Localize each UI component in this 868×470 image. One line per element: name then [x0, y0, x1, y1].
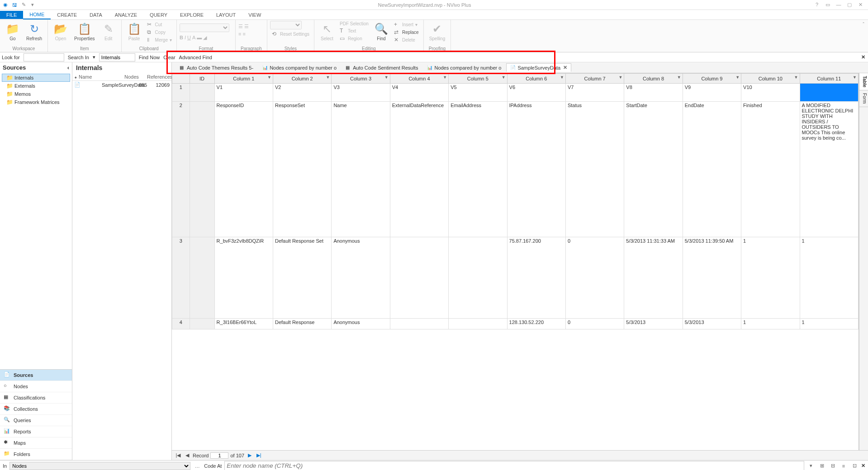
- side-tab-table[interactable]: Table: [859, 73, 868, 90]
- col-refs[interactable]: References: [147, 74, 170, 80]
- cell[interactable]: A MODIFIED ELECTRONIC DELPHI STUDY WITH …: [800, 102, 859, 237]
- col-name[interactable]: ⬥ Name: [74, 74, 124, 80]
- refresh-button[interactable]: ↻Refresh: [24, 21, 45, 42]
- maximize-icon[interactable]: ▢: [845, 2, 854, 8]
- cell[interactable]: V8: [624, 84, 683, 102]
- doc-tab-samplesurveydata[interactable]: 📄SampleSurveyData✕: [506, 63, 571, 72]
- first-record-icon[interactable]: |◀: [175, 452, 182, 458]
- searchin-input[interactable]: [99, 53, 135, 61]
- cell[interactable]: StartDate: [624, 102, 683, 237]
- cell[interactable]: [449, 319, 507, 329]
- cell[interactable]: R_bvF3z2vIb8DQZiR: [214, 237, 273, 319]
- cell[interactable]: V5: [449, 84, 507, 102]
- nodebar-close-icon[interactable]: ✕: [861, 463, 865, 469]
- cell[interactable]: 0: [565, 319, 624, 329]
- filter-icon[interactable]: ▼: [618, 75, 622, 80]
- nav-maps[interactable]: ✱Maps: [0, 437, 72, 449]
- uncode-icon[interactable]: ⊟: [829, 462, 837, 470]
- cell[interactable]: V10: [741, 84, 800, 102]
- cell[interactable]: Default Response Set: [273, 237, 331, 319]
- cell[interactable]: V9: [683, 84, 741, 102]
- data-grid[interactable]: ID Column 1▼ Column 2▼ Column 3▼ Column …: [172, 73, 859, 450]
- doc-tab-auto-themes[interactable]: ▦Auto Code Themes Results 5-: [175, 64, 257, 72]
- cell[interactable]: 1: [800, 319, 859, 329]
- qat-dropdown-icon[interactable]: ▾: [29, 1, 36, 9]
- cell[interactable]: Name: [332, 102, 390, 237]
- cell[interactable]: 5/3/2013: [624, 319, 683, 329]
- in-select[interactable]: Nodes: [9, 462, 190, 470]
- cell[interactable]: 1: [741, 237, 800, 319]
- cell[interactable]: 128.130.52.220: [507, 319, 565, 329]
- tab-layout[interactable]: LAYOUT: [210, 11, 242, 19]
- replace-button[interactable]: ⇄Replace: [392, 28, 421, 36]
- filter-icon[interactable]: ▼: [560, 75, 564, 80]
- cell[interactable]: 75.87.167.200: [507, 237, 565, 319]
- filter-icon[interactable]: ▼: [677, 75, 681, 80]
- cell[interactable]: V2: [273, 84, 331, 102]
- tree-item-externals[interactable]: 📁Externals: [2, 82, 70, 90]
- cell[interactable]: 5/3/2013 11:39:50 AM: [683, 237, 741, 319]
- properties-button[interactable]: 📋Properties: [71, 21, 98, 42]
- table-row[interactable]: 3R_bvF3z2vIb8DQZiRDefault Response SetAn…: [172, 237, 859, 319]
- tab-view[interactable]: VIEW: [242, 11, 267, 19]
- tab-explore[interactable]: EXPLORE: [174, 11, 210, 19]
- code-icon[interactable]: ⊞: [818, 462, 826, 470]
- cell[interactable]: V1: [214, 84, 273, 102]
- filter-icon[interactable]: ▼: [267, 75, 271, 80]
- filter-icon[interactable]: ▼: [326, 75, 330, 80]
- lookfor-input[interactable]: [24, 53, 64, 61]
- col-1[interactable]: Column 1▼: [214, 74, 273, 84]
- searchin-dropdown-icon[interactable]: ▾: [93, 54, 95, 60]
- cell[interactable]: Anonymous: [332, 319, 390, 329]
- col-3[interactable]: Column 3▼: [332, 74, 390, 84]
- last-record-icon[interactable]: ▶|: [255, 452, 262, 458]
- tab-close-icon[interactable]: ✕: [563, 65, 567, 70]
- node-input[interactable]: [224, 461, 804, 470]
- next-record-icon[interactable]: ▶: [246, 452, 253, 458]
- prev-record-icon[interactable]: ◀: [184, 452, 191, 458]
- cell[interactable]: 1: [741, 319, 800, 329]
- nav-folders[interactable]: 📁Folders: [0, 449, 72, 460]
- tab-data[interactable]: DATA: [83, 11, 109, 19]
- filter-icon[interactable]: ▼: [735, 75, 740, 80]
- font-select[interactable]: [180, 24, 229, 32]
- cell[interactable]: V4: [390, 84, 448, 102]
- cell[interactable]: 0: [565, 237, 624, 319]
- save-icon[interactable]: 🖫: [11, 1, 18, 9]
- stripe-icon[interactable]: ≡: [840, 462, 848, 470]
- doc-tab-auto-sentiment[interactable]: ▦Auto Code Sentiment Results: [342, 64, 422, 72]
- col-6[interactable]: Column 6▼: [507, 74, 565, 84]
- col-5[interactable]: Column 5▼: [449, 74, 507, 84]
- nav-collections[interactable]: 📚Collections: [0, 404, 72, 415]
- findbar-close-icon[interactable]: ✕: [861, 54, 865, 60]
- go-button[interactable]: 📁Go: [3, 21, 23, 42]
- minimize-icon[interactable]: —: [835, 2, 843, 8]
- cell[interactable]: EmailAddress: [449, 102, 507, 237]
- tree-item-internals[interactable]: 📁Internals: [2, 74, 70, 82]
- tab-file[interactable]: FILE: [0, 11, 23, 19]
- cell[interactable]: [800, 84, 859, 102]
- col-id[interactable]: ID: [190, 74, 214, 84]
- col-4[interactable]: Column 4▼: [390, 74, 448, 84]
- cell[interactable]: ResponseSet: [273, 102, 331, 237]
- dropdown-icon[interactable]: ▾: [807, 462, 815, 470]
- collapse-left-icon[interactable]: ‹: [67, 64, 69, 71]
- filter-icon[interactable]: ▼: [443, 75, 447, 80]
- tree-item-framework[interactable]: 📁Framework Matrices: [2, 98, 70, 106]
- cell[interactable]: [390, 237, 448, 319]
- col-2[interactable]: Column 2▼: [273, 74, 331, 84]
- cell[interactable]: Finished: [741, 102, 800, 237]
- col-nodes[interactable]: Nodes: [124, 74, 147, 80]
- find-button[interactable]: 🔍Find: [371, 21, 391, 42]
- table-row[interactable]: 2ResponseIDResponseSetNameExternalDataRe…: [172, 102, 859, 237]
- cell[interactable]: V7: [565, 84, 624, 102]
- ribbon-collapse-icon[interactable]: ˆ: [859, 20, 868, 52]
- nav-classifications[interactable]: ▦Classifications: [0, 392, 72, 404]
- cell[interactable]: 1: [800, 237, 859, 319]
- tab-create[interactable]: CREATE: [51, 11, 83, 19]
- browse-icon[interactable]: …: [193, 462, 201, 470]
- col-10[interactable]: Column 10▼: [741, 74, 800, 84]
- cell[interactable]: IPAddress: [507, 102, 565, 237]
- col-7[interactable]: Column 7▼: [565, 74, 624, 84]
- nav-queries[interactable]: 🔍Queries: [0, 415, 72, 426]
